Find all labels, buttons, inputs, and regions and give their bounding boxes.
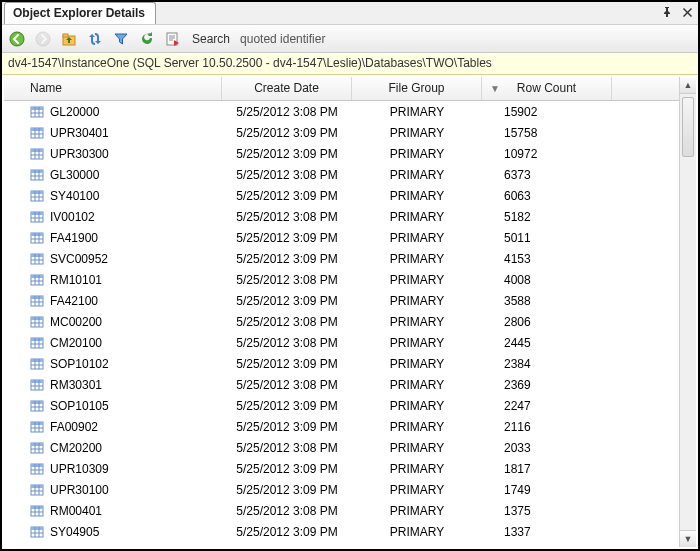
close-icon[interactable] — [680, 5, 694, 19]
table-icon — [30, 378, 44, 392]
table-row[interactable]: CM201005/25/2012 3:08 PMPRIMARY2445 — [4, 332, 679, 353]
column-header-name[interactable]: Name — [22, 77, 222, 100]
svg-rect-8 — [31, 128, 43, 131]
cell-name: SY04905 — [22, 525, 222, 539]
sync-button[interactable] — [84, 28, 106, 50]
table-row[interactable]: UPR103095/25/2012 3:09 PMPRIMARY1817 — [4, 458, 679, 479]
cell-row-count: 1817 — [482, 462, 612, 476]
svg-rect-36 — [31, 422, 43, 425]
script-button[interactable] — [162, 28, 184, 50]
cell-name: RM10101 — [22, 273, 222, 287]
cell-name: FA42100 — [22, 294, 222, 308]
cell-name: SVC00952 — [22, 252, 222, 266]
search-input[interactable] — [238, 29, 438, 49]
cell-name: CM20100 — [22, 336, 222, 350]
table-icon — [30, 399, 44, 413]
table-row[interactable]: RM004015/25/2012 3:08 PMPRIMARY1375 — [4, 500, 679, 521]
cell-file-group: PRIMARY — [352, 462, 482, 476]
cell-create-date: 5/25/2012 3:09 PM — [222, 252, 352, 266]
table-icon — [30, 504, 44, 518]
column-header-create-date[interactable]: Create Date — [222, 77, 352, 100]
scroll-up-button[interactable]: ▲ — [680, 77, 696, 94]
scroll-thumb[interactable] — [682, 97, 694, 157]
table-name: UPR30300 — [50, 147, 109, 161]
cell-row-count: 2806 — [482, 315, 612, 329]
panel-title: Object Explorer Details — [4, 2, 156, 24]
cell-create-date: 5/25/2012 3:08 PM — [222, 273, 352, 287]
column-header-row-count[interactable]: ▼ Row Count — [482, 77, 612, 100]
table-icon — [30, 315, 44, 329]
vertical-scrollbar[interactable]: ▲ ▼ — [679, 77, 696, 547]
cell-create-date: 5/25/2012 3:09 PM — [222, 147, 352, 161]
table-row[interactable]: SY401005/25/2012 3:09 PMPRIMARY6063 — [4, 185, 679, 206]
svg-rect-12 — [31, 170, 43, 173]
table-row[interactable]: FA009025/25/2012 3:09 PMPRIMARY2116 — [4, 416, 679, 437]
table-row[interactable]: GL200005/25/2012 3:08 PMPRIMARY15902 — [4, 101, 679, 122]
table-row[interactable]: UPR303005/25/2012 3:09 PMPRIMARY10972 — [4, 143, 679, 164]
cell-create-date: 5/25/2012 3:08 PM — [222, 378, 352, 392]
svg-rect-16 — [31, 212, 43, 215]
cell-row-count: 10972 — [482, 147, 612, 161]
table-icon — [30, 147, 44, 161]
table-row[interactable]: RM303015/25/2012 3:08 PMPRIMARY2369 — [4, 374, 679, 395]
table-row[interactable]: UPR304015/25/2012 3:09 PMPRIMARY15758 — [4, 122, 679, 143]
table-icon — [30, 420, 44, 434]
table-row[interactable]: MC002005/25/2012 3:08 PMPRIMARY2806 — [4, 311, 679, 332]
table-row[interactable]: UPR301005/25/2012 3:09 PMPRIMARY1749 — [4, 479, 679, 500]
table-name: UPR30401 — [50, 126, 109, 140]
table-row[interactable]: IV001025/25/2012 3:08 PMPRIMARY5182 — [4, 206, 679, 227]
table-name: SVC00952 — [50, 252, 108, 266]
scroll-down-button[interactable]: ▼ — [680, 530, 696, 547]
table-row[interactable]: SVC009525/25/2012 3:09 PMPRIMARY4153 — [4, 248, 679, 269]
cell-name: UPR30300 — [22, 147, 222, 161]
cell-file-group: PRIMARY — [352, 483, 482, 497]
panel-title-text: Object Explorer Details — [13, 6, 145, 20]
table-icon — [30, 273, 44, 287]
svg-rect-6 — [31, 107, 43, 110]
column-header-file-group[interactable]: File Group — [352, 77, 482, 100]
filter-button[interactable] — [110, 28, 132, 50]
cell-create-date: 5/25/2012 3:08 PM — [222, 315, 352, 329]
table-name: UPR10309 — [50, 462, 109, 476]
cell-create-date: 5/25/2012 3:09 PM — [222, 399, 352, 413]
cell-create-date: 5/25/2012 3:08 PM — [222, 504, 352, 518]
table-name: IV00102 — [50, 210, 95, 224]
table-header: Name Create Date File Group ▼ Row Count — [4, 77, 696, 101]
cell-create-date: 5/25/2012 3:08 PM — [222, 441, 352, 455]
table-row[interactable]: FA419005/25/2012 3:09 PMPRIMARY5011 — [4, 227, 679, 248]
cell-file-group: PRIMARY — [352, 126, 482, 140]
cell-row-count: 2384 — [482, 357, 612, 371]
cell-file-group: PRIMARY — [352, 336, 482, 350]
toolbar: Search — [2, 25, 698, 53]
cell-row-count: 15758 — [482, 126, 612, 140]
breadcrumb[interactable]: dv4-1547\InstanceOne (SQL Server 10.50.2… — [2, 53, 698, 75]
svg-rect-26 — [31, 317, 43, 320]
cell-file-group: PRIMARY — [352, 168, 482, 182]
refresh-button[interactable] — [136, 28, 158, 50]
table-icon — [30, 525, 44, 539]
table-row[interactable]: FA421005/25/2012 3:09 PMPRIMARY3588 — [4, 290, 679, 311]
cell-name: FA41900 — [22, 231, 222, 245]
cell-row-count: 2247 — [482, 399, 612, 413]
table-row[interactable]: SY049055/25/2012 3:09 PMPRIMARY1337 — [4, 521, 679, 542]
cell-name: SOP10102 — [22, 357, 222, 371]
table-name: SY40100 — [50, 189, 99, 203]
pin-icon[interactable] — [660, 5, 674, 19]
cell-create-date: 5/25/2012 3:09 PM — [222, 420, 352, 434]
cell-file-group: PRIMARY — [352, 273, 482, 287]
table-row[interactable]: SOP101025/25/2012 3:09 PMPRIMARY2384 — [4, 353, 679, 374]
cell-create-date: 5/25/2012 3:09 PM — [222, 525, 352, 539]
table: Name Create Date File Group ▼ Row Count … — [4, 77, 696, 547]
table-icon — [30, 168, 44, 182]
svg-rect-32 — [31, 380, 43, 383]
table-icon — [30, 294, 44, 308]
back-button[interactable] — [6, 28, 28, 50]
svg-rect-34 — [31, 401, 43, 404]
table-row[interactable]: CM202005/25/2012 3:08 PMPRIMARY2033 — [4, 437, 679, 458]
table-row[interactable]: GL300005/25/2012 3:08 PMPRIMARY6373 — [4, 164, 679, 185]
cell-file-group: PRIMARY — [352, 315, 482, 329]
table-row[interactable]: RM101015/25/2012 3:08 PMPRIMARY4008 — [4, 269, 679, 290]
sort-descending-icon: ▼ — [490, 83, 500, 94]
up-button[interactable] — [58, 28, 80, 50]
table-row[interactable]: SOP101055/25/2012 3:09 PMPRIMARY2247 — [4, 395, 679, 416]
